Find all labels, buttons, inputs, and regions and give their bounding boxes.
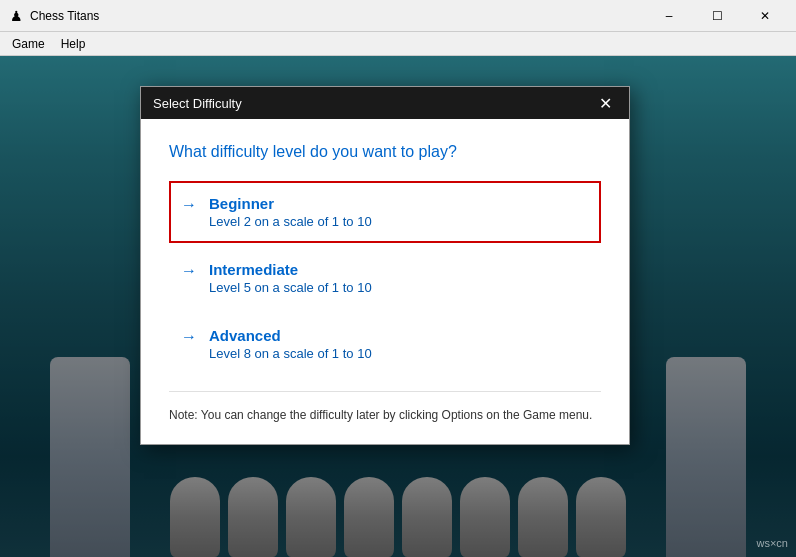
menu-item-help[interactable]: Help — [53, 35, 94, 53]
title-bar-controls: – ☐ ✕ — [646, 2, 788, 30]
difficulty-name-advanced: Advanced — [209, 327, 372, 344]
difficulty-desc-intermediate: Level 5 on a scale of 1 to 10 — [209, 280, 372, 295]
arrow-icon-intermediate: → — [181, 262, 197, 280]
app-icon: ♟ — [8, 8, 24, 24]
difficulty-info-advanced: Advanced Level 8 on a scale of 1 to 10 — [209, 327, 372, 361]
difficulty-info-intermediate: Intermediate Level 5 on a scale of 1 to … — [209, 261, 372, 295]
arrow-icon-advanced: → — [181, 328, 197, 346]
maximize-button[interactable]: ☐ — [694, 2, 740, 30]
dialog-close-button[interactable]: ✕ — [593, 91, 617, 115]
menu-item-game[interactable]: Game — [4, 35, 53, 53]
dialog-question: What difficulty level do you want to pla… — [169, 143, 601, 161]
difficulty-info-beginner: Beginner Level 2 on a scale of 1 to 10 — [209, 195, 372, 229]
app-close-button[interactable]: ✕ — [742, 2, 788, 30]
difficulty-desc-advanced: Level 8 on a scale of 1 to 10 — [209, 346, 372, 361]
select-difficulty-dialog: Select Difficulty ✕ What difficulty leve… — [140, 86, 630, 445]
difficulty-option-intermediate[interactable]: → Intermediate Level 5 on a scale of 1 t… — [169, 247, 601, 309]
dialog-titlebar: Select Difficulty ✕ — [141, 87, 629, 119]
arrow-icon-beginner: → — [181, 196, 197, 214]
app-title: Chess Titans — [30, 9, 646, 23]
difficulty-option-beginner[interactable]: → Beginner Level 2 on a scale of 1 to 10 — [169, 181, 601, 243]
game-content: Select Difficulty ✕ What difficulty leve… — [0, 56, 796, 557]
title-bar: ♟ Chess Titans – ☐ ✕ — [0, 0, 796, 32]
minimize-button[interactable]: – — [646, 2, 692, 30]
dialog-title: Select Difficulty — [153, 96, 242, 111]
difficulty-desc-beginner: Level 2 on a scale of 1 to 10 — [209, 214, 372, 229]
dialog-body: What difficulty level do you want to pla… — [141, 119, 629, 444]
dialog-note: Note: You can change the difficulty late… — [169, 391, 601, 424]
menu-bar: Game Help — [0, 32, 796, 56]
app-window: ♟ Chess Titans – ☐ ✕ Game Help — [0, 0, 796, 557]
difficulty-name-intermediate: Intermediate — [209, 261, 372, 278]
difficulty-name-beginner: Beginner — [209, 195, 372, 212]
watermark: ws×cn — [757, 537, 789, 549]
difficulty-option-advanced[interactable]: → Advanced Level 8 on a scale of 1 to 10 — [169, 313, 601, 375]
